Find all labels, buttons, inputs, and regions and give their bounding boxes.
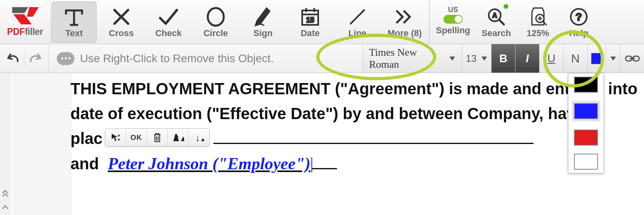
undo-redo-group — [0, 44, 49, 73]
line-tool-button[interactable]: Line — [334, 0, 381, 44]
line-tool-label: Line — [348, 28, 366, 39]
circle-tool-button[interactable]: Circle — [192, 0, 239, 44]
underline-button[interactable]: U — [539, 44, 563, 73]
bold-label: B — [499, 52, 507, 65]
calendar-icon: 15 — [300, 6, 321, 28]
sign-icon — [253, 6, 273, 28]
font-increase-icon: ↑▲ — [172, 132, 184, 143]
bold-button[interactable]: B — [491, 44, 515, 73]
format-controls: Times New Roman 13 B I U N — [362, 44, 644, 73]
chevron-up-icon — [2, 205, 8, 209]
color-picker-dropdown — [568, 73, 604, 173]
redo-icon — [28, 53, 42, 65]
link-icon — [625, 54, 640, 63]
editable-text-field[interactable]: Peter Johnson ("Employee") — [108, 154, 310, 173]
sign-tool-button[interactable]: Sign — [239, 0, 287, 44]
help-icon: ? — [569, 6, 588, 28]
cross-tool-button[interactable]: Cross — [98, 0, 145, 44]
color-option-blue[interactable] — [572, 101, 600, 122]
cross-icon — [111, 6, 131, 28]
svg-text:▲: ▲ — [200, 136, 205, 142]
chevron-double-up-icon — [2, 190, 8, 197]
search-icon: A — [486, 6, 506, 28]
spelling-button[interactable]: US Spelling — [431, 0, 475, 44]
document-content[interactable]: THIS EMPLOYMENT AGREEMENT ("Agreement") … — [70, 75, 644, 177]
dropdown-caret-icon — [610, 57, 616, 61]
redo-button[interactable] — [26, 51, 44, 67]
search-button[interactable]: A Search — [475, 0, 517, 44]
check-tool-button[interactable]: Check — [145, 0, 192, 44]
notification-dot-icon — [504, 4, 508, 9]
search-label: Search — [481, 28, 511, 39]
svg-text:15: 15 — [306, 16, 314, 24]
move-button[interactable] — [105, 129, 126, 146]
hint-message: Use Right-Click to Remove this Object. — [49, 52, 274, 65]
svg-text:A: A — [492, 12, 497, 19]
main-toolbar: PDFfiller Text Cross Check Circle Sign — [0, 0, 644, 44]
undo-icon — [6, 53, 20, 65]
undo-button[interactable] — [4, 51, 22, 67]
chevron-double-right-icon — [395, 6, 415, 28]
doc-line: THIS EMPLOYMENT AGREEMENT ("Agreement") … — [70, 76, 644, 101]
text-cursor-icon — [311, 157, 312, 172]
doc-text: plac — [70, 130, 102, 147]
help-button[interactable]: ? Help — [559, 0, 599, 44]
font-decrease-button[interactable]: ↓▲ — [189, 129, 209, 146]
text-tool-button[interactable]: Text — [52, 2, 96, 43]
italic-label: I — [526, 52, 529, 65]
normal-button[interactable]: N — [563, 44, 587, 73]
color-option-red[interactable] — [574, 130, 598, 146]
italic-button[interactable]: I — [515, 44, 539, 73]
help-label: Help — [569, 28, 588, 39]
svg-text:↓: ↓ — [195, 132, 200, 143]
sign-tool-label: Sign — [253, 28, 273, 39]
color-option-white[interactable] — [574, 154, 598, 170]
color-option-black[interactable] — [574, 77, 598, 93]
ok-button[interactable]: OK — [126, 129, 147, 146]
blank-underline — [312, 168, 337, 169]
logo-text: PDFfiller — [7, 26, 43, 37]
text-tool-label: Text — [65, 28, 83, 39]
dropdown-caret-icon — [481, 57, 487, 61]
check-icon — [158, 6, 179, 28]
date-tool-button[interactable]: 15 Date — [287, 0, 334, 44]
link-button[interactable] — [620, 44, 644, 73]
zoom-button[interactable]: 125% — [517, 0, 559, 44]
font-size-value: 13 — [466, 53, 477, 64]
page-margin — [12, 73, 71, 215]
scroll-gutter — [0, 73, 10, 215]
font-increase-button[interactable]: ↑▲ — [168, 129, 189, 146]
spelling-toggle-icon[interactable] — [443, 15, 463, 24]
doc-line: date of execution ("Effective Date") by … — [70, 101, 644, 126]
cross-tool-label: Cross — [109, 28, 134, 39]
scroll-top-button[interactable] — [1, 188, 9, 199]
line-icon — [347, 6, 367, 28]
comment-bubble-icon — [57, 52, 74, 65]
text-icon — [63, 6, 85, 28]
more-tools-button[interactable]: More (8) — [381, 0, 428, 44]
font-color-dropdown-button[interactable] — [606, 44, 620, 73]
doc-text: and — [70, 155, 99, 172]
document-viewport[interactable]: THIS EMPLOYMENT AGREEMENT ("Agreement") … — [0, 73, 644, 215]
font-family-value: Times New Roman — [369, 47, 449, 71]
logo[interactable]: PDFfiller — [0, 0, 50, 44]
normal-label: N — [571, 52, 580, 65]
scroll-up-button[interactable] — [1, 201, 9, 213]
svg-marker-1 — [27, 7, 39, 17]
font-color-button[interactable] — [587, 44, 606, 73]
undo-redo-separator — [24, 51, 24, 66]
font-size-select[interactable]: 13 — [461, 44, 491, 73]
ok-label: OK — [130, 134, 142, 142]
toolbar-separator — [429, 0, 430, 44]
svg-point-3 — [208, 8, 224, 26]
delete-button[interactable] — [147, 129, 168, 146]
color-swatch-icon — [591, 53, 602, 64]
more-tools-label: More (8) — [387, 28, 422, 39]
zoom-label: 125% — [527, 28, 549, 39]
logo-mark-icon — [10, 6, 40, 26]
hint-text: Use Right-Click to Remove this Object. — [80, 52, 274, 65]
svg-marker-0 — [12, 7, 28, 13]
font-family-select[interactable]: Times New Roman — [362, 44, 461, 73]
spelling-label: Spelling — [436, 25, 470, 36]
blank-underline — [213, 142, 534, 144]
